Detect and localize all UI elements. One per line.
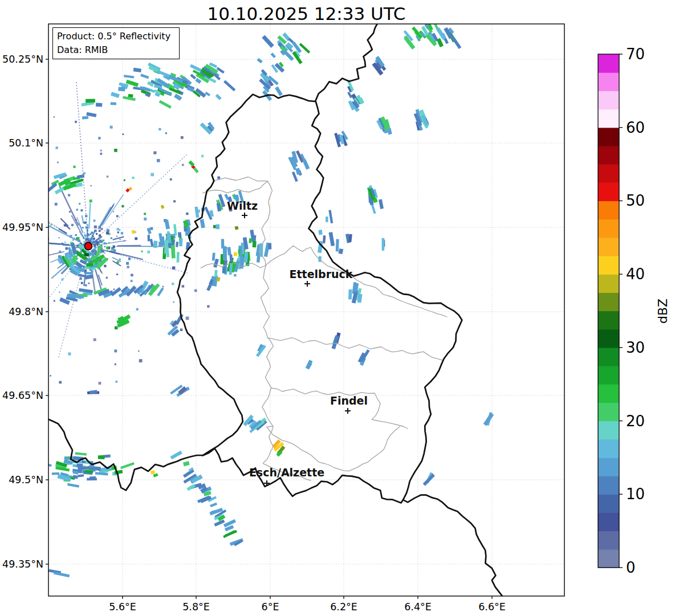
product-info-box: Product: 0.5° Reflectivity Data: RMIB <box>52 27 180 59</box>
colorbar-segment <box>598 549 619 568</box>
colorbar-tick-label: 30 <box>626 339 645 356</box>
district-border <box>267 426 400 471</box>
colorbar-segment <box>598 384 619 403</box>
y-tick-label: 49.8°N <box>9 306 43 317</box>
country-borders <box>49 23 505 598</box>
colorbar <box>598 54 623 568</box>
district-border <box>266 246 447 317</box>
y-tick-label: 50.1°N <box>9 137 43 149</box>
x-tick-label: 6.6°E <box>478 601 506 613</box>
colorbar-unit-label: dBZ <box>656 298 670 323</box>
city-label: Ettelbruck <box>290 268 353 280</box>
radar-site-marker <box>85 243 92 250</box>
city-label: Esch/Alzette <box>249 466 324 479</box>
product-line: Product: 0.5° Reflectivity <box>57 30 175 43</box>
axis-tick-marks <box>46 59 492 599</box>
district-border <box>268 338 442 361</box>
y-tick-label: 49.65°N <box>2 390 43 401</box>
colorbar-segment <box>598 402 619 421</box>
colorbar-segment <box>598 146 619 165</box>
y-tick-label: 50.25°N <box>2 54 43 65</box>
colorbar-segment <box>598 72 619 91</box>
colorbar-tick-label: 60 <box>626 119 645 136</box>
colorbar-segment <box>598 274 619 293</box>
colorbar-segment <box>598 109 619 128</box>
colorbar-tick-label: 70 <box>626 46 645 63</box>
country-border <box>315 23 377 101</box>
radar-echo-layer <box>0 18 494 577</box>
y-tick-label: 49.95°N <box>2 222 43 233</box>
colorbar-segment <box>598 439 619 458</box>
colorbar-segment <box>598 458 619 476</box>
x-tick-label: 6.2°E <box>330 601 357 613</box>
country-border <box>177 95 462 503</box>
gridlines <box>48 24 564 596</box>
colorbar-segment <box>598 512 619 531</box>
colorbar-segment <box>598 494 619 513</box>
radar-figure: 10.10.2025 12:33 UTC Product: 0.5° Refle… <box>0 0 675 616</box>
colorbar-segment <box>598 182 619 201</box>
x-tick-label: 6°E <box>262 601 279 613</box>
colorbar-segment <box>598 91 619 109</box>
district-borders <box>201 177 447 481</box>
x-tick-label: 5.8°E <box>182 601 210 613</box>
plot-frame <box>48 24 564 596</box>
colorbar-segment <box>598 348 619 366</box>
colorbar-tick-label: 50 <box>626 192 645 209</box>
x-tick-label: 6.4°E <box>404 601 432 613</box>
colorbar-segment <box>598 531 619 550</box>
colorbar-segment <box>598 366 619 385</box>
colorbar-segment <box>598 292 619 311</box>
colorbar-segment <box>598 329 619 348</box>
colorbar-segment <box>598 54 619 73</box>
colorbar-segment <box>598 219 619 238</box>
colorbar-segment <box>598 128 619 146</box>
colorbar-segment <box>598 311 619 330</box>
district-border <box>213 177 268 182</box>
colorbar-segment <box>598 164 619 183</box>
colorbar-segment <box>598 476 619 495</box>
data-source-line: Data: RMIB <box>57 43 175 57</box>
city-label: Findel <box>330 394 368 407</box>
colorbar-segment <box>598 421 619 440</box>
colorbar-tick-label: 20 <box>626 413 645 430</box>
city-label: Wiltz <box>227 199 258 212</box>
colorbar-tick-label: 10 <box>626 486 645 503</box>
y-tick-label: 49.5°N <box>9 474 43 486</box>
colorbar-tick-label: 0 <box>626 559 636 576</box>
colorbar-segment <box>598 256 619 275</box>
map-svg <box>0 0 675 616</box>
colorbar-segment <box>598 238 619 256</box>
country-border <box>403 495 504 598</box>
colorbar-segment <box>598 201 619 219</box>
y-tick-label: 49.35°N <box>2 558 43 570</box>
x-tick-label: 5.6°E <box>109 601 136 613</box>
colorbar-tick-label: 40 <box>626 266 645 283</box>
